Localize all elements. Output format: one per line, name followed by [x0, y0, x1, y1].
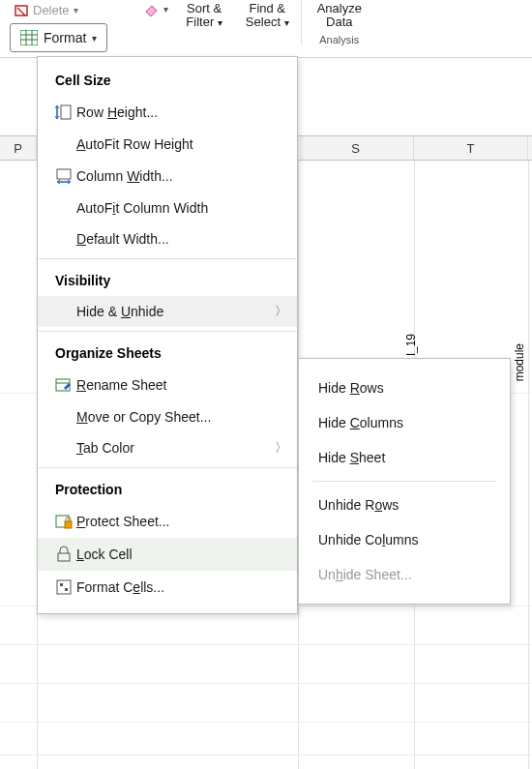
submenu-unhide-columns[interactable]: Unhide Columns: [299, 522, 510, 557]
svg-rect-17: [57, 580, 71, 594]
chevron-down-icon: ▾: [163, 4, 168, 15]
menu-tab-color-label: Tab Color: [76, 440, 134, 456]
chevron-down-icon: ▾: [74, 5, 78, 15]
cell-label-1: l_19: [404, 334, 418, 356]
column-header-s[interactable]: S: [298, 136, 414, 160]
col-width-icon: [51, 167, 76, 185]
submenu-hide-rows[interactable]: Hide Rows: [299, 370, 510, 405]
cell-label-2: module: [513, 343, 526, 381]
svg-rect-18: [60, 583, 63, 586]
menu-section-organize: Organize Sheets: [38, 336, 297, 369]
format-menu: Cell Size Row Height... AutoFit Row Heig…: [37, 56, 298, 614]
menu-lock-cell-label: Lock Cell: [76, 547, 133, 562]
menu-autofit-col[interactable]: AutoFit Column Width: [38, 192, 297, 223]
delete-button[interactable]: Delete ▾: [10, 0, 82, 19]
menu-lock-cell[interactable]: Lock Cell: [38, 538, 297, 571]
delete-icon: [14, 2, 29, 17]
find-label-2: Select: [246, 15, 281, 29]
menu-move-copy-label: Move or Copy Sheet...: [76, 409, 211, 425]
chevron-down-icon: ▾: [92, 33, 97, 44]
row-height-icon: [51, 104, 76, 121]
hide-unhide-submenu: Hide Rows Hide Columns Hide Sheet Unhide…: [298, 358, 511, 605]
svg-rect-8: [61, 105, 71, 119]
menu-default-width-label: Default Width...: [76, 231, 169, 247]
menu-format-cells[interactable]: Format Cells...: [38, 571, 297, 604]
menu-section-visibility: Visibility: [38, 263, 297, 296]
menu-section-cell-size: Cell Size: [38, 63, 297, 96]
find-label-1: Find &: [249, 2, 285, 15]
eraser-icon: [142, 0, 160, 17]
find-select-button[interactable]: Find & Select ▾: [234, 0, 301, 32]
submenu-hide-sheet[interactable]: Hide Sheet: [299, 440, 510, 475]
rename-icon: [51, 376, 76, 394]
ribbon: Delete ▾ Format ▾ ▾ Sort & Filter ▾ Find…: [0, 0, 532, 58]
sort-label-1: Sort &: [187, 2, 222, 15]
analyze-data-button[interactable]: Analyze Data: [311, 0, 368, 32]
svg-rect-15: [65, 521, 72, 528]
submenu-hide-columns[interactable]: Hide Columns: [299, 405, 510, 440]
submenu-unhide-sheet: Unhide Sheet...: [299, 557, 510, 592]
analyze-label-2: Data: [326, 15, 352, 29]
menu-col-width-label: Column Width...: [76, 168, 173, 184]
analysis-group-label: Analysis: [319, 34, 359, 45]
menu-separator: [38, 258, 297, 259]
lock-icon: [51, 546, 76, 563]
menu-section-protection: Protection: [38, 472, 297, 505]
svg-rect-10: [57, 169, 71, 179]
menu-tab-color[interactable]: Tab Color 〉: [38, 432, 297, 463]
menu-row-height-label: Row Height...: [76, 104, 158, 120]
delete-label: Delete: [33, 3, 70, 17]
svg-rect-19: [65, 588, 68, 591]
svg-line-1: [17, 8, 25, 15]
menu-hide-unhide-label: Hide & Unhide: [76, 304, 163, 319]
menu-format-cells-label: Format Cells...: [76, 579, 164, 595]
sort-filter-button[interactable]: Sort & Filter ▾: [174, 0, 234, 32]
svg-rect-2: [20, 30, 38, 45]
format-button[interactable]: Format ▾: [10, 23, 107, 52]
menu-protect-sheet-label: Protect Sheet...: [76, 514, 170, 529]
menu-autofit-row-label: AutoFit Row Height: [76, 136, 193, 152]
menu-rename-sheet[interactable]: Rename Sheet: [38, 369, 297, 401]
chevron-down-icon: ▾: [218, 17, 222, 28]
column-header-p[interactable]: P: [0, 136, 37, 160]
format-icon: [20, 30, 38, 45]
column-header-t[interactable]: T: [414, 136, 528, 160]
svg-rect-16: [58, 553, 70, 561]
format-cells-icon: [51, 578, 76, 596]
menu-separator: [38, 331, 297, 332]
protect-icon: [51, 513, 76, 530]
menu-rename-sheet-label: Rename Sheet: [76, 377, 166, 393]
menu-autofit-col-label: AutoFit Column Width: [76, 200, 208, 216]
chevron-right-icon: 〉: [275, 303, 287, 320]
menu-move-copy[interactable]: Move or Copy Sheet...: [38, 401, 297, 432]
submenu-unhide-rows[interactable]: Unhide Rows: [299, 488, 510, 522]
menu-col-width[interactable]: Column Width...: [38, 160, 297, 192]
format-label: Format: [44, 30, 86, 45]
menu-row-height[interactable]: Row Height...: [38, 96, 297, 129]
menu-autofit-row[interactable]: AutoFit Row Height: [38, 129, 297, 160]
chevron-down-icon: ▾: [284, 17, 289, 28]
menu-separator: [38, 467, 297, 468]
menu-protect-sheet[interactable]: Protect Sheet...: [38, 505, 297, 538]
sort-label-2: Filter: [186, 15, 214, 29]
submenu-separator: [312, 481, 496, 482]
menu-default-width[interactable]: Default Width...: [38, 223, 297, 254]
chevron-right-icon: 〉: [275, 439, 287, 457]
svg-marker-7: [146, 6, 157, 16]
analyze-label-1: Analyze: [317, 2, 362, 15]
clear-button[interactable]: ▾: [142, 0, 168, 17]
menu-hide-unhide[interactable]: Hide & Unhide 〉: [38, 296, 297, 327]
